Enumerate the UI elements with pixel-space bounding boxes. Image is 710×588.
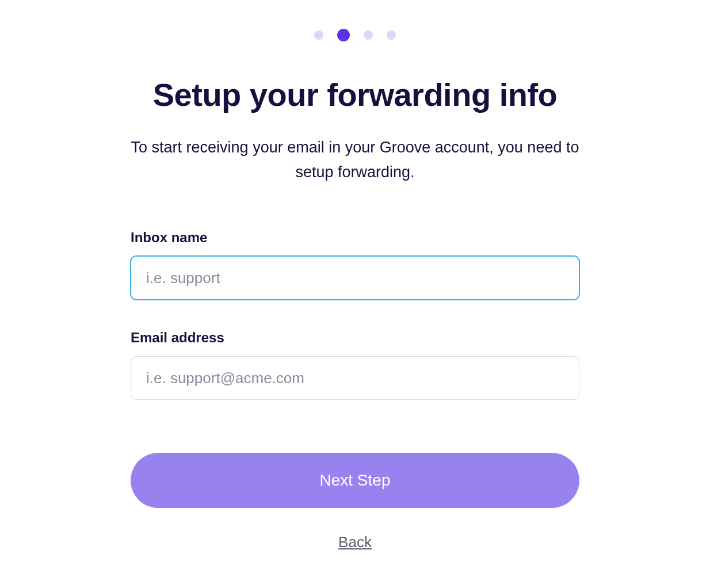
form-container: Inbox name Email address Next Step Back bbox=[131, 230, 579, 551]
email-address-input[interactable] bbox=[131, 356, 579, 400]
next-step-button[interactable]: Next Step bbox=[131, 453, 579, 508]
step-dot-3 bbox=[364, 30, 373, 40]
step-dot-4 bbox=[387, 30, 396, 40]
step-indicator bbox=[314, 29, 396, 41]
email-address-label: Email address bbox=[131, 330, 579, 346]
form-group-email-address: Email address bbox=[131, 330, 579, 400]
page-subtitle: To start receiving your email in your Gr… bbox=[119, 135, 591, 185]
step-dot-1 bbox=[314, 30, 323, 40]
inbox-name-input[interactable] bbox=[131, 256, 579, 300]
inbox-name-label: Inbox name bbox=[131, 230, 579, 246]
back-link[interactable]: Back bbox=[131, 533, 579, 551]
page-title: Setup your forwarding info bbox=[153, 76, 558, 113]
form-group-inbox-name: Inbox name bbox=[131, 230, 579, 300]
step-dot-2 bbox=[337, 29, 350, 41]
